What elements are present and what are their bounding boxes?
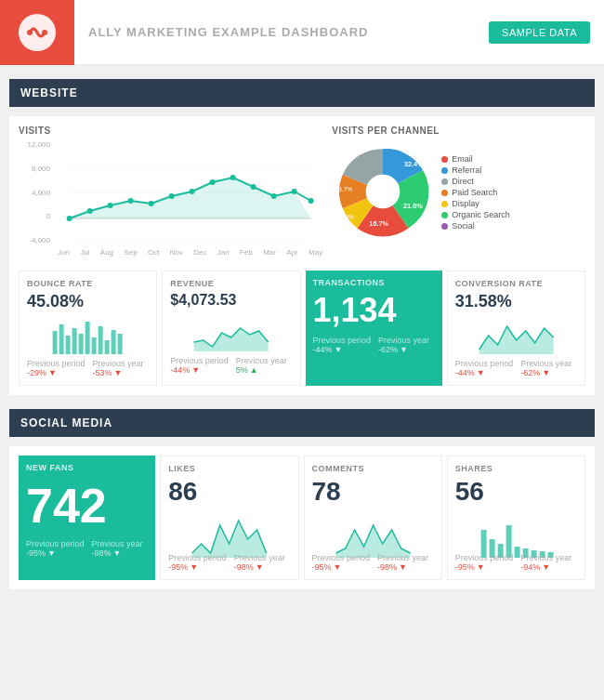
- svg-point-11: [108, 203, 113, 208]
- svg-rect-38: [118, 334, 123, 354]
- svg-point-15: [190, 189, 195, 194]
- svg-point-10: [87, 208, 93, 214]
- conversion-rate-value: 31.58%: [455, 292, 577, 311]
- likes-title: LIKES: [168, 464, 290, 473]
- comments-title: COMMENTS: [312, 464, 434, 473]
- transactions-value: 1,134: [313, 291, 435, 330]
- website-content: VISITS 12,000 8,000 4,000 0 -4,000: [9, 116, 595, 395]
- new-fans-prev: Previous period -95% ▼ Previous year -98…: [26, 539, 148, 558]
- website-section-header: WEBSITE: [9, 79, 595, 107]
- logo-box: [0, 0, 74, 65]
- shares-chart: [455, 511, 577, 548]
- revenue-title: REVENUE: [170, 279, 292, 288]
- legend-social: Social: [441, 221, 510, 231]
- conversion-rate-card: CONVERSION RATE 31.58% Previous period -…: [447, 271, 585, 386]
- x-axis: JunJulAugSepOctNovDecJanFebMarAprMay: [58, 248, 322, 257]
- social-media-section: SOCIAL MEDIA NEW FANS 742 Previous perio…: [9, 409, 595, 589]
- revenue-chart: [170, 314, 292, 351]
- comments-card: COMMENTS 78 Previous period -95% ▼ Previ…: [304, 456, 442, 580]
- svg-point-16: [210, 179, 216, 185]
- svg-point-18: [251, 184, 256, 190]
- conversion-rate-title: CONVERSION RATE: [455, 279, 577, 288]
- metrics-row: BOUNCE RATE 45.08%: [19, 271, 585, 386]
- social-content: NEW FANS 742 Previous period -95% ▼ Prev…: [9, 446, 595, 589]
- svg-point-13: [149, 201, 154, 206]
- conversion-rate-prev: Previous period -44% ▼ Previous year -62…: [455, 359, 577, 377]
- legend-referral: Referral: [441, 165, 510, 175]
- svg-point-14: [169, 193, 175, 199]
- social-metrics-row: NEW FANS 742 Previous period -95% ▼ Prev…: [19, 456, 585, 580]
- pie-chart-container: 32.4% 21.6% 16.7% 8.8% 9.7%: [332, 140, 434, 244]
- comments-chart: [312, 511, 434, 548]
- likes-value: 86: [168, 477, 290, 507]
- visits-per-channel-label: VISITS PER CHANNEL: [332, 125, 510, 136]
- revenue-value: $4,073.53: [170, 292, 292, 309]
- legend-organic: Organic Search: [441, 210, 510, 219]
- svg-point-22: [366, 175, 400, 209]
- shares-card: SHARES 56: [447, 456, 585, 580]
- email-dot: [441, 156, 448, 163]
- header-title: ALLY MARKETING EXAMPLE DASHBOARD: [88, 25, 489, 39]
- likes-card: LIKES 86 Previous period -95% ▼ Previous…: [160, 456, 298, 580]
- bounce-rate-card: BOUNCE RATE 45.08%: [19, 271, 157, 386]
- pie-legend: Email Referral Direct: [441, 154, 510, 231]
- bounce-rate-title: BOUNCE RATE: [27, 279, 149, 288]
- svg-point-19: [271, 193, 277, 199]
- svg-point-9: [67, 216, 72, 221]
- visits-label: VISITS: [19, 125, 322, 136]
- social-section-header: SOCIAL MEDIA: [9, 409, 595, 437]
- svg-rect-30: [66, 336, 71, 354]
- svg-point-20: [292, 189, 297, 194]
- svg-text:16.7%: 16.7%: [370, 219, 389, 228]
- header: ALLY MARKETING EXAMPLE DASHBOARD SAMPLE …: [0, 0, 604, 65]
- visits-chart: VISITS 12,000 8,000 4,000 0 -4,000: [19, 125, 322, 261]
- svg-rect-33: [85, 322, 90, 354]
- new-fans-title: NEW FANS: [26, 463, 148, 472]
- display-dot: [441, 201, 448, 207]
- svg-rect-35: [98, 326, 103, 354]
- referral-dot: [441, 167, 448, 174]
- svg-rect-28: [53, 331, 58, 354]
- svg-point-1: [27, 30, 33, 35]
- social-dot: [441, 223, 448, 230]
- svg-rect-34: [92, 337, 97, 354]
- revenue-prev: Previous period -44% ▼ Previous year 5% …: [170, 356, 292, 375]
- shares-value: 56: [455, 477, 577, 507]
- svg-rect-31: [72, 328, 77, 354]
- svg-rect-43: [514, 547, 519, 558]
- pie-chart-svg: 32.4% 21.6% 16.7% 8.8% 9.7%: [332, 140, 434, 243]
- bounce-rate-chart: [27, 317, 149, 354]
- svg-text:8.8%: 8.8%: [340, 214, 354, 220]
- svg-text:32.4%: 32.4%: [404, 160, 424, 168]
- shares-title: SHARES: [455, 464, 577, 473]
- new-fans-value: 742: [26, 482, 148, 530]
- visits-per-channel: VISITS PER CHANNEL: [332, 125, 585, 261]
- likes-chart: [168, 511, 290, 548]
- organic-dot: [441, 212, 448, 218]
- comments-value: 78: [312, 477, 434, 507]
- charts-row: VISITS 12,000 8,000 4,000 0 -4,000: [19, 125, 585, 261]
- transactions-card: TRANSACTIONS 1,134 Previous period -44% …: [306, 271, 442, 386]
- conversion-chart: [455, 317, 577, 354]
- direct-dot: [441, 178, 448, 185]
- svg-rect-29: [59, 324, 64, 354]
- svg-rect-32: [79, 334, 84, 354]
- svg-rect-36: [105, 340, 110, 354]
- bounce-rate-value: 45.08%: [27, 292, 149, 311]
- paid-search-dot: [441, 190, 448, 196]
- svg-text:21.6%: 21.6%: [403, 202, 423, 210]
- svg-rect-37: [112, 330, 116, 354]
- visits-line-chart-svg: [58, 140, 322, 244]
- sample-data-button[interactable]: SAMPLE DATA: [489, 21, 590, 44]
- legend-paid-search: Paid Search: [441, 188, 510, 197]
- svg-point-2: [42, 30, 47, 35]
- transactions-prev: Previous period -44% ▼ Previous year -62…: [313, 336, 435, 354]
- legend-email: Email: [441, 154, 510, 164]
- new-fans-card: NEW FANS 742 Previous period -95% ▼ Prev…: [19, 456, 155, 580]
- svg-point-21: [309, 198, 314, 204]
- legend-direct: Direct: [441, 177, 510, 186]
- legend-display: Display: [441, 199, 510, 208]
- svg-point-12: [128, 198, 134, 204]
- svg-text:9.7%: 9.7%: [339, 186, 353, 192]
- svg-point-17: [230, 175, 236, 180]
